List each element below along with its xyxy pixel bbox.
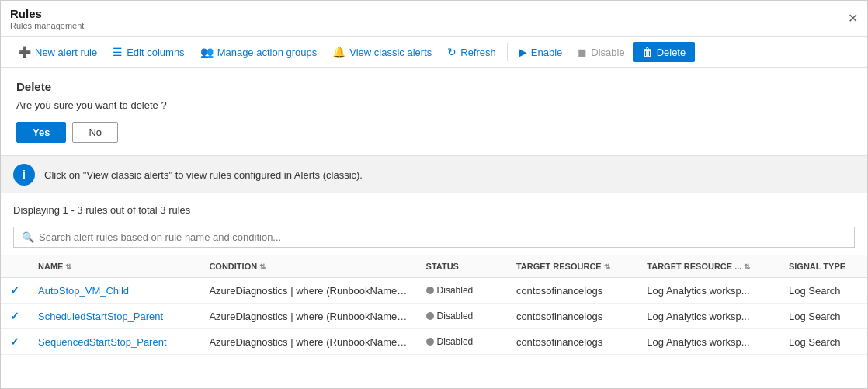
th-name-label: NAME <box>38 262 63 271</box>
new-alert-rule-button[interactable]: ➕ New alert rule <box>10 42 105 62</box>
info-text: Click on "View classic alerts" to view r… <box>44 169 363 181</box>
table-header-row: NAME ⇅ CONDITION ⇅ STATUS <box>1 255 867 278</box>
window-title: Rules <box>10 7 84 20</box>
row-signal-type: Log Search <box>779 329 867 355</box>
row-condition: AzureDiagnostics | where (RunbookName_s … <box>200 329 416 355</box>
status-text: Disabled <box>437 336 474 347</box>
row-target-resource: contosofinancelogs <box>507 278 637 304</box>
row-name: AutoStop_VM_Child <box>29 278 200 304</box>
delete-label: Delete <box>657 47 686 58</box>
enable-label: Enable <box>531 47 562 58</box>
rules-window: Rules Rules management ✕ ➕ New alert rul… <box>0 0 868 389</box>
row-signal-type: Log Search <box>779 278 867 304</box>
status-text: Disabled <box>437 311 474 321</box>
row-name: ScheduledStartStop_Parent <box>29 304 200 329</box>
info-banner: i Click on "View classic alerts" to view… <box>1 156 867 193</box>
status-dot-icon <box>426 287 434 294</box>
th-signal-type-label: SIGNAL TYPE <box>789 262 845 271</box>
row-target-resource-type: Log Analytics worksp... <box>637 278 779 304</box>
info-icon: i <box>13 164 35 186</box>
summary-bar: Displaying 1 - 3 rules out of total 3 ru… <box>1 193 867 222</box>
th-condition-label: CONDITION <box>209 262 257 271</box>
manage-action-groups-label: Manage action groups <box>217 47 318 58</box>
rule-name-link[interactable]: SequencedStartStop_Parent <box>38 336 167 348</box>
target-type-sort-icon[interactable]: ⇅ <box>744 262 750 271</box>
row-status: Disabled <box>417 278 507 304</box>
trash-icon: 🗑 <box>642 46 653 58</box>
table-row: ✓ ScheduledStartStop_Parent AzureDiagnos… <box>1 304 867 329</box>
enable-button[interactable]: ▶ Enable <box>511 42 570 62</box>
condition-sort-icon[interactable]: ⇅ <box>259 262 266 271</box>
th-target-resource-type: TARGET RESOURCE ... ⇅ <box>637 255 779 278</box>
th-signal-type: SIGNAL TYPE <box>779 255 867 278</box>
row-status: Disabled <box>417 304 507 329</box>
rule-name-link[interactable]: ScheduledStartStop_Parent <box>38 311 163 322</box>
close-button[interactable]: ✕ <box>848 12 858 25</box>
disable-button[interactable]: ◼ Disable <box>570 42 632 62</box>
search-input[interactable] <box>39 231 846 243</box>
disable-label: Disable <box>591 47 624 58</box>
plus-icon: ➕ <box>18 46 31 58</box>
edit-columns-button[interactable]: ☰ Edit columns <box>105 42 192 62</box>
th-condition: CONDITION ⇅ <box>200 255 416 278</box>
delete-panel: Delete Are you sure you want to delete ?… <box>1 68 867 156</box>
people-icon: 👥 <box>200 46 214 58</box>
row-target-resource: contosofinancelogs <box>507 329 637 355</box>
delete-title: Delete <box>16 80 852 93</box>
row-target-resource: contosofinancelogs <box>507 304 637 329</box>
delete-actions: Yes No <box>16 122 852 143</box>
refresh-button[interactable]: ↻ Refresh <box>439 42 504 62</box>
toolbar: ➕ New alert rule ☰ Edit columns 👥 Manage… <box>1 37 867 68</box>
refresh-label: Refresh <box>460 47 496 58</box>
target-sort-icon[interactable]: ⇅ <box>604 262 610 271</box>
new-alert-label: New alert rule <box>35 47 97 58</box>
search-icon: 🔍 <box>22 231 34 243</box>
rule-name-link[interactable]: AutoStop_VM_Child <box>38 285 129 297</box>
manage-action-groups-button[interactable]: 👥 Manage action groups <box>193 42 325 62</box>
delete-button[interactable]: 🗑 Delete <box>633 42 696 62</box>
columns-icon: ☰ <box>113 46 123 58</box>
bell-icon: 🔔 <box>332 46 345 58</box>
stop-icon: ◼ <box>578 46 587 58</box>
status-badge: Disabled <box>426 336 474 347</box>
row-target-resource-type: Log Analytics worksp... <box>637 304 779 329</box>
title-bar: Rules Rules management ✕ <box>1 1 867 37</box>
no-button[interactable]: No <box>72 122 118 143</box>
view-classic-alerts-label: View classic alerts <box>349 47 432 58</box>
status-badge: Disabled <box>426 311 474 321</box>
row-condition: AzureDiagnostics | where (RunbookName_s … <box>200 304 416 329</box>
refresh-icon: ↻ <box>447 46 457 58</box>
status-badge: Disabled <box>426 285 474 296</box>
yes-button[interactable]: Yes <box>16 122 66 143</box>
row-check[interactable]: ✓ <box>1 278 29 304</box>
th-check <box>1 255 29 278</box>
check-mark-icon: ✓ <box>10 335 19 348</box>
status-text: Disabled <box>437 285 474 296</box>
th-status: STATUS <box>417 255 507 278</box>
name-sort-icon[interactable]: ⇅ <box>65 262 71 271</box>
row-check[interactable]: ✓ <box>1 329 29 355</box>
delete-question: Are you sure you want to delete ? <box>16 99 852 111</box>
view-classic-alerts-button[interactable]: 🔔 View classic alerts <box>325 42 439 62</box>
th-status-label: STATUS <box>426 262 459 271</box>
row-status: Disabled <box>417 329 507 355</box>
row-condition: AzureDiagnostics | where (RunbookName_s … <box>200 278 416 304</box>
status-dot-icon <box>426 312 434 320</box>
check-mark-icon: ✓ <box>10 310 19 322</box>
th-target-resource-label: TARGET RESOURCE <box>516 262 602 271</box>
th-name: NAME ⇅ <box>29 255 200 278</box>
row-signal-type: Log Search <box>779 304 867 329</box>
table-row: ✓ SequencedStartStop_Parent AzureDiagnos… <box>1 329 867 355</box>
row-name: SequencedStartStop_Parent <box>29 329 200 355</box>
separator-1 <box>507 43 508 61</box>
table-row: ✓ AutoStop_VM_Child AzureDiagnostics | w… <box>1 278 867 304</box>
search-bar: 🔍 <box>1 222 867 255</box>
row-check[interactable]: ✓ <box>1 304 29 329</box>
status-dot-icon <box>426 338 434 346</box>
search-input-wrap[interactable]: 🔍 <box>13 227 855 248</box>
th-target-resource: TARGET RESOURCE ⇅ <box>507 255 637 278</box>
rules-table: NAME ⇅ CONDITION ⇅ STATUS <box>1 255 867 355</box>
title-group: Rules Rules management <box>10 7 84 30</box>
check-mark-icon: ✓ <box>10 284 19 297</box>
th-target-resource-type-label: TARGET RESOURCE ... <box>647 262 741 271</box>
